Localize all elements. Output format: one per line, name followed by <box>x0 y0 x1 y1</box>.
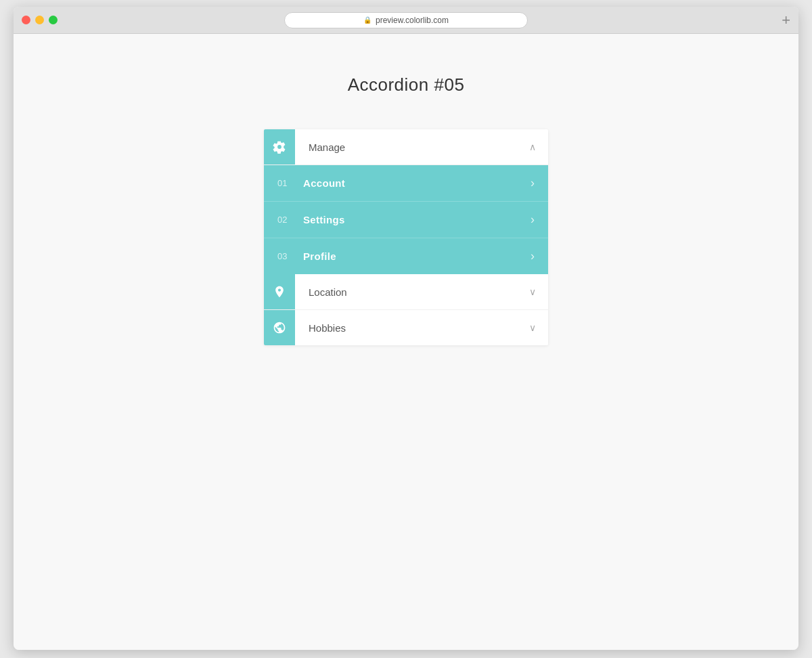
globe-icon-box <box>264 310 295 345</box>
profile-arrow <box>531 249 535 263</box>
manage-label: Manage <box>295 141 517 153</box>
location-label: Location <box>295 286 517 298</box>
pin-icon-box <box>264 274 295 309</box>
sub-item-profile[interactable]: 03 Profile <box>264 238 548 274</box>
browser-controls <box>22 16 58 24</box>
account-label: Account <box>303 177 531 189</box>
accordion-header-hobbies[interactable]: Hobbies <box>264 310 548 345</box>
location-chevron <box>517 286 548 297</box>
sub-item-settings[interactable]: 02 Settings <box>264 202 548 238</box>
accordion-header-location[interactable]: Location <box>264 274 548 310</box>
close-button[interactable] <box>22 16 30 24</box>
settings-arrow <box>531 213 535 227</box>
account-number: 01 <box>277 178 292 188</box>
gear-icon <box>273 140 286 154</box>
hobbies-label: Hobbies <box>295 322 517 334</box>
maximize-button[interactable] <box>49 16 58 24</box>
settings-label: Settings <box>303 214 531 225</box>
accordion-header-manage[interactable]: Manage <box>264 129 548 165</box>
browser-window: 🔒 preview.colorlib.com + Accordion #05 M… <box>14 7 798 650</box>
globe-icon <box>273 321 286 334</box>
browser-titlebar: 🔒 preview.colorlib.com + <box>14 7 798 34</box>
url-text: preview.colorlib.com <box>376 16 449 25</box>
settings-number: 02 <box>277 215 292 225</box>
gear-icon-box <box>264 129 295 164</box>
account-arrow <box>531 176 535 190</box>
new-tab-button[interactable]: + <box>782 13 790 28</box>
hobbies-chevron <box>517 322 548 333</box>
accordion: Manage 01 Account 02 Settings <box>264 129 548 345</box>
accordion-body-manage: 01 Account 02 Settings 03 Profile <box>264 165 548 274</box>
accordion-item-location: Location <box>264 274 548 310</box>
manage-chevron <box>517 141 548 152</box>
page-title: Accordion #05 <box>348 74 465 95</box>
lock-icon: 🔒 <box>363 16 371 24</box>
pin-icon <box>273 285 286 299</box>
browser-content: Accordion #05 Manage 01 <box>14 34 798 650</box>
minimize-button[interactable] <box>35 16 44 24</box>
profile-number: 03 <box>277 251 292 261</box>
accordion-item-hobbies: Hobbies <box>264 310 548 345</box>
profile-label: Profile <box>303 250 531 262</box>
address-bar[interactable]: 🔒 preview.colorlib.com <box>284 12 528 28</box>
accordion-item-manage: Manage 01 Account 02 Settings <box>264 129 548 274</box>
sub-item-account[interactable]: 01 Account <box>264 165 548 202</box>
